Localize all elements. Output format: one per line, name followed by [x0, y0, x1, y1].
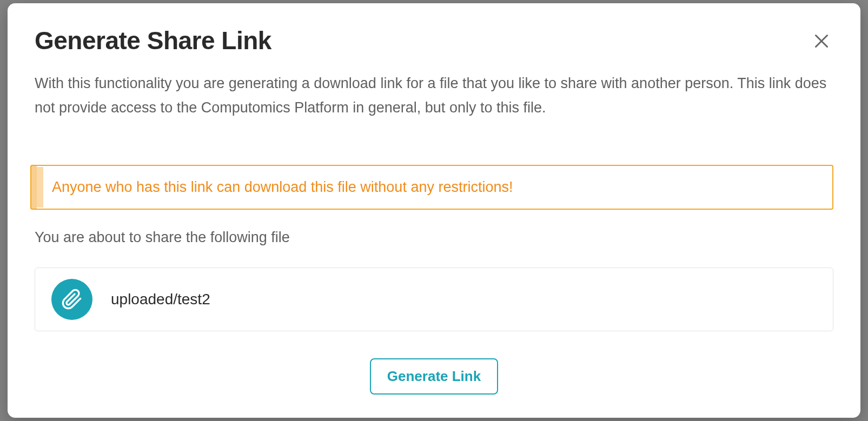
modal-description: With this functionality you are generati…: [35, 71, 833, 119]
share-link-modal: Generate Share Link With this functional…: [8, 3, 860, 418]
generate-link-button[interactable]: Generate Link: [370, 358, 498, 395]
close-button[interactable]: [810, 29, 833, 53]
warning-accent-bar: [37, 167, 43, 208]
paperclip-icon: [61, 289, 83, 310]
warning-text: Anyone who has this link can download th…: [52, 179, 513, 195]
file-path: uploaded/test2: [111, 291, 210, 308]
close-icon: [812, 31, 831, 51]
file-entry: uploaded/test2: [35, 268, 833, 331]
warning-banner: Anyone who has this link can download th…: [35, 142, 833, 210]
file-icon-badge: [51, 279, 92, 320]
warning-box: Anyone who has this link can download th…: [35, 165, 833, 210]
modal-header: Generate Share Link: [35, 26, 833, 55]
share-subheading: You are about to share the following fil…: [35, 229, 833, 246]
modal-title: Generate Share Link: [35, 26, 271, 55]
modal-footer: Generate Link: [35, 358, 833, 395]
